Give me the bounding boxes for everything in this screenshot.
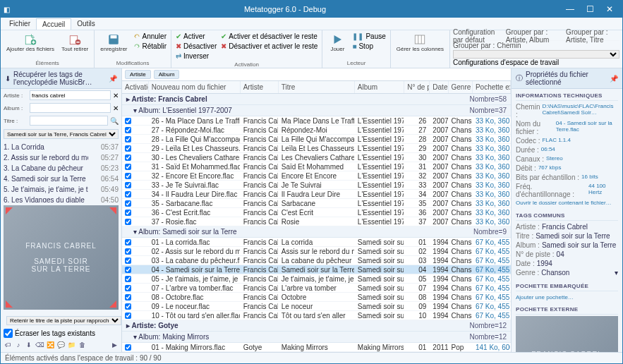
filter-album[interactable]: Album (154, 70, 180, 79)
group-header[interactable]: ▾ Album: Making MirrorsNombre=12 (122, 332, 511, 343)
ribbon-group-columns: Gérer les colonnes (391, 30, 450, 68)
track-item[interactable]: 6. Les Vidanges du diable04:50 (4, 195, 119, 202)
close-button[interactable]: ✕ (600, 1, 619, 18)
group-header[interactable]: ▸ Artiste: GotyeNombre=12 (122, 320, 511, 332)
pin-icon[interactable]: 📌 (610, 75, 618, 83)
col-title[interactable]: Titre (279, 81, 355, 93)
invert-button[interactable]: ⇄Inverser (174, 51, 218, 61)
apply-icon[interactable]: ▶ (110, 341, 119, 349)
ws-select[interactable] (453, 50, 619, 59)
stop-button[interactable]: ■Stop (351, 42, 387, 51)
pause-button[interactable]: ❚❚Pause (351, 32, 387, 41)
pin-icon[interactable]: 📌 (109, 75, 117, 83)
table-row[interactable]: 26 - Ma Place Dans Le Traffic.flacFranci… (122, 116, 511, 126)
title-input[interactable] (30, 116, 108, 126)
icon-3[interactable]: ⬇ (25, 341, 33, 349)
search-icon[interactable]: 🔍 (110, 117, 119, 125)
table-row[interactable]: 33 - Je Te Suivrai.flacFrancis CabrelJe … (122, 181, 511, 190)
col-artist[interactable]: Artiste (241, 81, 279, 93)
table-row[interactable]: 08 - Octobre.flacFrancis CabrelOctobreSa… (122, 293, 511, 302)
table-row[interactable]: 35 - Sarbacane.flacFrancis CabrelSarbaca… (122, 199, 511, 208)
path-link[interactable]: D:\NAS\music\FLAC\Francis Cabrel\Samedi … (542, 103, 618, 119)
table-row[interactable]: 30 - Les Chevaliers Cathares.flacFrancis… (122, 153, 511, 162)
col-track[interactable]: N° de piste (404, 81, 430, 93)
track-item[interactable]: 4. Samedi soir sur la Terre06:54 (4, 174, 119, 185)
track-item[interactable]: 1. La Corrida05:37 (4, 142, 119, 153)
table-row[interactable]: 03 - La cabane du pêcheur.flacFrancis Ca… (122, 256, 511, 265)
icon-8[interactable]: 🗑 (78, 341, 86, 349)
col-cover[interactable]: Pochette externe (473, 81, 511, 93)
manage-columns-button[interactable]: Gérer les colonnes (394, 32, 447, 54)
maximize-button[interactable]: ☐ (580, 1, 600, 18)
col-genre[interactable]: Genre (449, 81, 473, 93)
icon-4[interactable]: ⌫ (35, 341, 44, 349)
table-row[interactable]: 27 - Répondez-Moi.flacFrancis CabrelRépo… (122, 126, 511, 135)
col-activation[interactable]: Activation (122, 81, 149, 93)
add-files-button[interactable]: Ajouter des fichiers (4, 32, 57, 54)
filter-artist[interactable]: Artiste (125, 70, 151, 79)
minimize-button[interactable]: — (560, 1, 580, 18)
grid-header: Activation Nouveau nom du fichier Artist… (122, 81, 511, 94)
file-link[interactable]: 04 - Samedi soir sur la Terre.flac (556, 120, 618, 135)
track-item[interactable]: 2. Assis sur le rebord du monde05:27 (4, 153, 119, 164)
table-row[interactable]: 07 - L'arbre va tomber.flacFrancis Cabre… (122, 284, 511, 293)
icon-6[interactable]: 💬 (56, 341, 65, 349)
table-row[interactable]: 29 - Leïla Et Les Chasseurs.flacFrancis … (122, 144, 511, 153)
release-select[interactable]: Samedi soir sur la Terre, Francis Cabrel (4, 129, 119, 139)
table-row[interactable]: 05 - Je t'aimais, je t'aime, je t'aimera… (122, 274, 511, 284)
icon-1[interactable]: 🏷 (4, 341, 12, 349)
menu-home[interactable]: Accueil (36, 18, 71, 30)
table-row[interactable]: 37 - Rosie.flacFrancis CabrelRosieL'Esse… (122, 217, 511, 226)
external-cover: FRANCIS CABREL SAMEDI SOIR SUR LA TERRE (516, 316, 618, 352)
activate-button[interactable]: ✔Activer (174, 32, 218, 41)
play-button[interactable]: Jouer (325, 32, 349, 54)
deactivate-button[interactable]: ✖Désactiver (174, 42, 218, 51)
album-input[interactable] (30, 103, 111, 113)
table-row[interactable]: 01 - Making Mirrors.flacGotyeMaking Mirr… (122, 343, 511, 352)
save-button[interactable]: enregistrer (97, 32, 130, 54)
table-row[interactable]: 01 - La corrida.flacFrancis CabrelLa cor… (122, 238, 511, 247)
track-item[interactable]: 3. La Cabane du pêcheur05:23 (4, 164, 119, 174)
clear-icon[interactable]: ✕ (113, 92, 119, 99)
table-row[interactable]: 10 - Tôt ou tard s'en aller.flacFrancis … (122, 311, 511, 320)
open-folder-link[interactable]: Ouvrir le dossier contenant le fichier… (516, 200, 612, 206)
table-row[interactable]: 31 - Saïd Et Mohammed.flacFrancis Cabrel… (122, 162, 511, 171)
menu-file[interactable]: Fichier (4, 18, 36, 29)
track-item[interactable]: 5. Je t'aimais, je t'aime, je t'aimerai0… (4, 185, 119, 195)
svg-rect-6 (416, 35, 425, 44)
erase-checkbox[interactable] (4, 329, 13, 338)
ws-grp3[interactable]: Grouper par : Chemin (453, 42, 521, 49)
track-list: 1. La Corrida05:372. Assis sur le rebord… (1, 141, 121, 202)
menu-tools[interactable]: Outils (71, 18, 101, 29)
clear-icon[interactable]: ✕ (113, 104, 119, 112)
icon-7[interactable]: 📁 (67, 341, 75, 349)
table-row[interactable]: 04 - Samedi soir sur la Terre.flacFranci… (122, 265, 511, 274)
table-row[interactable]: 28 - La Fille Qui M'accompagne.flacFranc… (122, 135, 511, 144)
match-select[interactable]: Retenir le titre de la piste pour rappro… (6, 316, 121, 325)
center-pane: Artiste Album Activation Nouveau nom du … (122, 68, 511, 352)
table-row[interactable]: 34 - Il Faudra Leur Dire.flacFrancis Cab… (122, 190, 511, 199)
grid-body[interactable]: ▸ Artiste: Francis CabrelNombre=58▾ Albu… (122, 94, 511, 352)
right-pane: ⓘPropriétés du fichier sélectionné📌 Info… (511, 68, 622, 352)
icon-2[interactable]: ♪ (14, 341, 23, 349)
table-row[interactable]: 09 - Le noceur.flacFrancis CabrelLe noce… (122, 302, 511, 311)
group-header[interactable]: ▾ Album: L'Essentiel 1977-2007Nombre=37 (122, 105, 511, 116)
redo-button[interactable]: Rétablir (132, 42, 168, 51)
col-name[interactable]: Nouveau nom du fichier (149, 81, 241, 93)
deactivate-rest-button[interactable]: ✖Désactiver et activer le reste (219, 42, 319, 51)
remove-all-button[interactable]: Tout retirer (59, 32, 91, 54)
table-row[interactable]: 02 - Assis sur le rebord du monde.flacFr… (122, 247, 511, 256)
activate-rest-button[interactable]: ✔Activer et désactiver le reste (219, 32, 319, 41)
chevron-down-icon[interactable]: ▾ (615, 269, 618, 277)
col-album[interactable]: Album (355, 81, 404, 93)
group-header[interactable]: ▸ Artiste: Francis CabrelNombre=58 (122, 94, 511, 105)
undo-button[interactable]: Annuler (132, 32, 168, 41)
table-row[interactable]: 36 - C'est Écrit.flacFrancis CabrelC'est… (122, 208, 511, 217)
col-year[interactable]: Date (430, 81, 448, 93)
artist-input[interactable] (30, 90, 111, 100)
group-header[interactable]: ▾ Album: Samedi soir sur la TerreNombre=… (122, 226, 511, 238)
ribbon-group-modifications: enregistrer Annuler Rétablir Modificatio… (95, 30, 171, 68)
icon-5[interactable]: 🔀 (46, 341, 54, 349)
table-row[interactable]: 32 - Encore Et Encore.flacFrancis Cabrel… (122, 171, 511, 181)
add-cover-link[interactable]: Ajouter une pochette… (516, 294, 574, 301)
